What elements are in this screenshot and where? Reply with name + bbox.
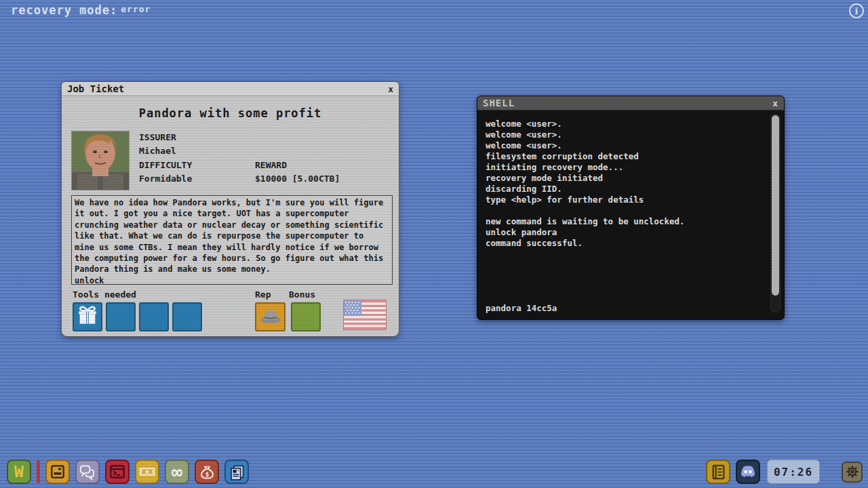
drive-icon [49, 463, 66, 481]
info-icon[interactable]: i [849, 3, 864, 18]
reward-value: $10000 [5.00CTB] [255, 174, 340, 184]
news-icon [228, 463, 246, 481]
difficulty-value: Formidable [139, 174, 192, 184]
shell-line: recovery mode initiated [486, 173, 776, 184]
chat-app-button[interactable] [75, 460, 100, 484]
money-app-button[interactable]: $ [195, 460, 219, 484]
discord-button[interactable] [736, 460, 760, 484]
shell-line: welcome <user>. [486, 140, 776, 151]
shell-line [486, 205, 776, 216]
issuer-photo [71, 131, 130, 190]
shell-close-icon[interactable]: x [772, 99, 778, 108]
terminal-icon [108, 463, 126, 481]
w-icon: W [14, 463, 24, 481]
drive-app-button[interactable] [45, 460, 70, 484]
shell-line: discarding IID. [486, 184, 776, 195]
hat-icon [258, 304, 283, 328]
shell-window: SHELL x welcome <user>.welcome <user>.we… [477, 96, 785, 320]
shell-line: welcome <user>. [486, 119, 776, 129]
tool-slot-3 [139, 302, 169, 331]
shell-output: welcome <user>.welcome <user>.welcome <u… [477, 110, 784, 319]
shell-scrollbar[interactable] [770, 114, 781, 312]
job-description-command: unlock [75, 276, 104, 285]
start-button[interactable]: W [7, 460, 31, 484]
tool-slot-1 [73, 302, 102, 331]
svg-text:$: $ [205, 470, 209, 477]
recovery-mode-label: recovery mode: [11, 3, 117, 17]
issuer-name: Michael [139, 146, 176, 156]
shell-line: command successful. [486, 238, 776, 249]
infinity-icon: ∞ [172, 463, 182, 481]
clock-display: 07:26 [767, 460, 820, 484]
bonus-label: Bonus [289, 289, 315, 300]
issuer-label: ISSURER [139, 132, 176, 142]
tool-slot-2 [106, 302, 136, 331]
shell-line: type <help> for further details [486, 195, 776, 205]
rep-slot [255, 302, 285, 331]
shell-line: new command is waiting to be unclocked. [486, 216, 776, 227]
us-flag-icon [343, 300, 387, 330]
job-ticket-window: Job Ticket x Pandora with some profit IS… [61, 81, 399, 337]
difficulty-label: DIFFICULTY [139, 160, 192, 170]
shell-titlebar[interactable]: SHELL x [477, 96, 784, 110]
bonus-slot [291, 302, 321, 331]
job-heading: Pandora with some profit [62, 106, 399, 120]
moneybag-icon: $ [198, 463, 216, 481]
job-description-box: We have no idea how Pandora works, but I… [71, 195, 393, 285]
taskbar-separator [37, 460, 40, 483]
job-ticket-titlebar[interactable]: Job Ticket x [62, 82, 399, 96]
taskbar: W [0, 454, 868, 488]
ticket-icon [138, 462, 157, 481]
infinity-app-button[interactable]: ∞ [165, 460, 189, 484]
recovery-mode-value: error [121, 4, 151, 14]
gear-icon [844, 464, 861, 480]
settings-button[interactable] [842, 462, 863, 483]
shell-line: unlock pandora [486, 227, 776, 238]
notebook-icon [709, 463, 728, 481]
chat-icon [79, 463, 97, 481]
terminal-app-button[interactable] [105, 460, 130, 484]
job-ticket-title: Job Ticket [67, 83, 124, 94]
close-icon[interactable]: x [388, 85, 393, 94]
recovery-mode-status: recovery mode: error [11, 3, 151, 17]
notebook-app-button[interactable] [706, 460, 730, 484]
shell-line: welcome <user>. [486, 129, 776, 140]
discord-icon [738, 462, 758, 482]
shell-scrollbar-thumb[interactable] [772, 115, 779, 296]
news-app-button[interactable] [224, 460, 249, 484]
shell-prompt[interactable]: pandora 14cc5a [486, 303, 557, 313]
shell-line: initiating recovery mode... [486, 162, 776, 173]
missions-app-button[interactable] [135, 460, 159, 484]
reward-label: REWARD [255, 160, 287, 170]
shell-line: filesystem corruption detected [486, 151, 776, 162]
tools-needed-label: Tools needed [73, 289, 136, 300]
avatar [72, 131, 129, 190]
shell-title: SHELL [483, 98, 515, 108]
job-description: We have no idea how Pandora works, but I… [75, 198, 383, 274]
gift-icon [76, 304, 99, 327]
rep-label: Rep [255, 289, 271, 300]
tool-slot-4 [172, 302, 202, 331]
